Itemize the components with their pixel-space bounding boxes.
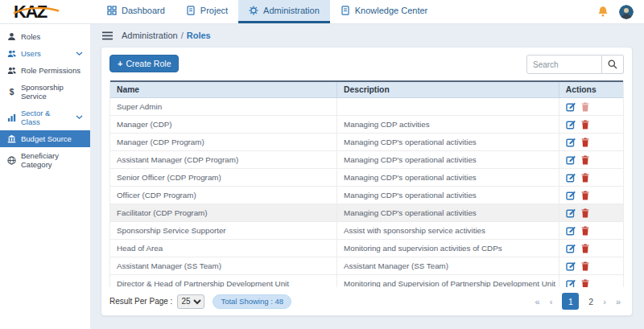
role-name-cell: Super Admin [110,98,337,116]
table-row: Senior Officer (CDP Program) Managing CD… [110,169,623,187]
sidebar-item-label: Budget Source [21,134,72,143]
total-showing-badge: Total Showing : 48 [213,294,291,309]
pagination-prev-button[interactable]: ‹ [550,297,553,306]
user-icon [7,32,16,41]
delete-button[interactable] [581,191,589,200]
roles-table: Name Description Actions Super Admin [110,80,623,287]
sidebar-item-sponsorship-service[interactable]: $ Sponsorship Service [0,79,90,105]
edit-button[interactable] [566,279,576,288]
trash-icon [581,191,589,200]
trash-icon [581,120,589,130]
nav-tabs: Dashboard Project Administration Knowled… [97,0,438,23]
kaz-logo[interactable]: KAZ [0,0,90,23]
dashboard-grid-icon [107,6,117,15]
sidebar-item-label: Beneficiary Category [21,151,83,169]
chevron-down-icon [76,115,83,120]
result-per-page-label: Result Per Page : [109,297,172,306]
notification-bell-icon[interactable] [597,6,609,18]
chart-icon [7,113,16,122]
hamburger-menu-icon[interactable] [102,31,113,40]
edit-button[interactable] [566,244,576,253]
sidebar: Roles Users Role Permissions $ Sponsorsh… [0,24,90,329]
edit-icon [566,138,576,147]
delete-button[interactable] [581,173,589,183]
app-window: KAZ Dashboard Project Administration Kno… [0,0,644,329]
bank-icon [7,134,16,143]
per-page-select[interactable]: 25 [177,294,204,309]
role-description-cell: Managing CDP's operational activities [337,151,559,169]
sidebar-item-label: Role Permissions [21,66,80,75]
pagination-first-button[interactable]: « [535,297,540,306]
table-row: Manager (CDP Program) Managing CDP's ope… [110,134,623,151]
role-description-cell: Managing CDP's operational activities [337,169,559,187]
delete-button[interactable] [581,155,589,165]
chevron-down-icon [76,51,83,56]
delete-button[interactable] [581,279,589,288]
user-avatar[interactable] [619,5,634,19]
edit-button[interactable] [566,226,576,236]
pagination-controls: « ‹ 12 › » [535,293,624,310]
sidebar-item-users[interactable]: Users [0,45,90,62]
breadcrumb-separator: / [181,31,184,40]
search-input[interactable] [526,55,602,74]
tab-label: Project [200,6,228,15]
edit-button[interactable] [566,120,576,130]
pagination-bar: Result Per Page : 25 Total Showing : 48 … [109,293,624,310]
column-header-description[interactable]: Description [337,81,559,98]
sidebar-item-sector-class[interactable]: Sector & Class [0,105,90,130]
tab-label: Dashboard [122,6,165,15]
pagination-last-button[interactable]: » [616,297,621,306]
tab-knowledge-center[interactable]: Knowledge Center [330,0,439,23]
edit-button[interactable] [566,138,576,147]
role-description-cell: Monitoring and Supervision of Partnershi… [337,275,559,288]
sidebar-item-role-permissions[interactable]: Role Permissions [0,62,90,79]
trash-icon [581,138,589,147]
search-box [526,55,624,74]
sidebar-item-label: Sector & Class [21,109,71,126]
users-icon [7,66,16,75]
column-header-name[interactable]: Name [110,81,337,98]
search-button[interactable] [602,55,624,74]
trash-icon [581,261,589,271]
pagination-next-button[interactable]: › [603,297,606,306]
edit-icon [566,261,576,271]
create-role-button[interactable]: + Create Role [109,55,179,72]
breadcrumb-section[interactable]: Administration [122,31,178,40]
delete-button[interactable] [581,138,589,147]
delete-button[interactable] [581,244,589,253]
edit-icon [566,244,576,253]
edit-button[interactable] [566,102,576,112]
kaz-logo-graphic: KAZ [13,1,60,23]
tab-administration[interactable]: Administration [238,0,330,23]
role-name-cell: Manager (CDP Program) [110,134,337,151]
role-description-cell [337,98,559,116]
svg-text:$: $ [10,88,14,97]
delete-button[interactable] [581,226,589,236]
tab-dashboard[interactable]: Dashboard [97,0,175,23]
pagination-page-2[interactable]: 2 [588,297,593,306]
dollar-icon: $ [7,88,16,97]
trash-icon [581,226,589,236]
edit-button[interactable] [566,173,576,183]
delete-button[interactable] [581,261,589,271]
role-name-cell: Facilitator (CDP Program) [110,204,337,222]
delete-button[interactable] [581,102,589,112]
edit-button[interactable] [566,191,576,200]
breadcrumb-bar: Administration/Roles [90,24,644,47]
edit-icon [566,102,576,112]
edit-button[interactable] [566,261,576,271]
breadcrumb-current: Roles [187,31,211,40]
sidebar-item-roles[interactable]: Roles [0,28,90,45]
edit-button[interactable] [566,155,576,165]
table-header-row: Name Description Actions [110,81,623,98]
sidebar-item-beneficiary-category[interactable]: Beneficiary Category [0,147,90,173]
navbar-right [597,0,644,23]
delete-button[interactable] [581,208,589,218]
edit-button[interactable] [566,208,576,218]
project-document-icon [186,6,196,15]
pagination-page-1[interactable]: 1 [562,293,579,310]
delete-button[interactable] [581,120,589,130]
sidebar-item-budget-source[interactable]: Budget Source [0,130,90,147]
tab-project[interactable]: Project [175,0,238,23]
roles-table-container: Name Description Actions Super Admin [109,80,624,287]
